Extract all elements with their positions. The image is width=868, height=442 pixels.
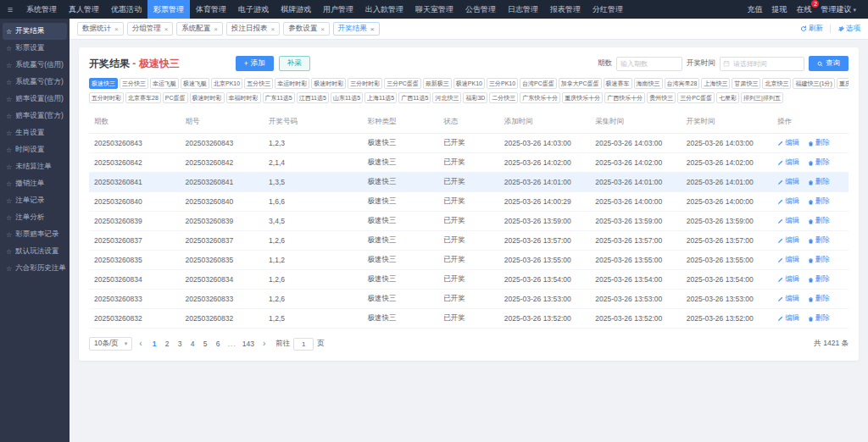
top-nav-item[interactable]: 真人管理	[63, 0, 105, 19]
page-number-button[interactable]: 3	[175, 339, 186, 349]
lottery-filter-chip[interactable]: 重庆快乐十分	[562, 92, 603, 103]
edit-link[interactable]: 编辑	[777, 157, 799, 168]
sidebar-item[interactable]: ☆ 赔率设置(官方)	[0, 108, 70, 124]
prev-page-button[interactable]: ‹	[136, 339, 144, 349]
lottery-filter-chip[interactable]: 上海快三	[701, 78, 730, 89]
lottery-filter-chip[interactable]: 七星彩	[716, 92, 739, 103]
top-nav-item[interactable]: 出入款管理	[359, 0, 409, 19]
table-row[interactable]: 202503260843 202503260843 1,2,3 极速快三 已开奖…	[89, 134, 849, 153]
edit-link[interactable]: 编辑	[777, 294, 799, 304]
lottery-filter-chip[interactable]: 广东11选5	[263, 92, 295, 103]
lottery-filter-chip[interactable]: 福建快三(1分)	[793, 78, 835, 89]
lottery-filter-chip[interactable]: 加拿大PC蛋蛋	[559, 78, 602, 89]
edit-link[interactable]: 编辑	[777, 255, 799, 265]
table-row[interactable]: 202503260834 202503260834 1,2,6 极速快三 已开奖…	[89, 270, 849, 290]
online-link[interactable]: 在线 2	[796, 4, 811, 15]
lottery-filter-chip[interactable]: 福彩3D	[463, 92, 487, 103]
lottery-filter-chip[interactable]: 三分时时彩	[348, 78, 382, 89]
goto-page-input[interactable]	[293, 338, 314, 351]
options-button[interactable]: 选项	[837, 24, 860, 34]
tab-close-icon[interactable]: ×	[370, 25, 375, 33]
top-nav-item[interactable]: 报表管理	[544, 0, 587, 19]
lottery-filter-chip[interactable]: 最新极三	[423, 78, 452, 89]
lottery-filter-chip[interactable]: 极速飞艇	[181, 78, 209, 89]
sidebar-item[interactable]: ☆ 未结算注单	[0, 158, 70, 175]
table-row[interactable]: 202503260842 202503260842 2,1,4 极速快三 已开奖…	[89, 153, 849, 173]
recharge-link[interactable]: 充值	[747, 4, 762, 15]
lottery-filter-chip[interactable]: 广西11选5	[398, 92, 431, 103]
edit-link[interactable]: 编辑	[777, 216, 799, 226]
delete-link[interactable]: 删除	[808, 216, 830, 226]
page-number-button[interactable]: 6	[213, 339, 224, 349]
lottery-filter-chip[interactable]: 海南快三	[634, 78, 663, 89]
lottery-filter-chip[interactable]: 台湾宾果28	[665, 78, 700, 89]
lottery-filter-chip[interactable]: 广东快乐十分	[520, 92, 560, 103]
sidebar-item[interactable]: ☆ 系统赢亏(信用)	[0, 57, 70, 74]
lottery-filter-chip[interactable]: 极速赛车	[604, 78, 632, 89]
draw-time-input[interactable]	[720, 57, 804, 71]
tab-close-icon[interactable]: ×	[271, 25, 275, 33]
lottery-filter-chip[interactable]: 北京快三	[762, 78, 791, 89]
sidebar-item[interactable]: ☆ 赔率设置(信用)	[0, 91, 70, 108]
page-number-button[interactable]: 1	[149, 339, 160, 349]
sidebar-item[interactable]: ☆ 时间设置	[0, 141, 70, 158]
top-nav-item[interactable]: 体育管理	[190, 0, 232, 19]
lottery-filter-chip[interactable]: 极速时时彩	[311, 78, 346, 89]
delete-link[interactable]: 删除	[808, 177, 830, 187]
top-nav-item[interactable]: 公告管理	[459, 0, 502, 19]
page-number-button[interactable]: 2	[162, 339, 173, 349]
tab[interactable]: 投注日报表 ×	[226, 22, 280, 36]
lottery-filter-chip[interactable]: 排列三|排列五	[741, 92, 783, 103]
lottery-filter-chip[interactable]: 北京赛车28	[125, 92, 161, 103]
table-row[interactable]: 202503260835 202503260835 1,1,2 极速快三 已开奖…	[89, 251, 849, 270]
supplement-collect-button[interactable]: 补采	[279, 56, 310, 71]
table-row[interactable]: 202503260832 202503260832 1,2,5 极速快三 已开奖…	[89, 309, 849, 329]
tab[interactable]: 开奖结果 ×	[333, 22, 380, 36]
refresh-button[interactable]: 刷新	[800, 24, 823, 34]
lottery-filter-chip[interactable]: 广西快乐十分	[604, 92, 645, 103]
delete-link[interactable]: 删除	[808, 157, 830, 168]
tab[interactable]: 分组管理 ×	[127, 22, 174, 36]
lottery-filter-chip[interactable]: 三分快三	[120, 78, 148, 89]
tab-close-icon[interactable]: ×	[114, 25, 119, 33]
delete-link[interactable]: 删除	[808, 138, 830, 148]
top-nav-item[interactable]: 电子游戏	[232, 0, 275, 19]
table-row[interactable]: 202503260839 202503260839 3,4,5 极速快三 已开奖…	[89, 212, 849, 231]
top-nav-item[interactable]: 日志管理	[502, 0, 544, 19]
table-row[interactable]: 202503260833 202503260833 1,2,6 极速快三 已开奖…	[89, 290, 849, 309]
lottery-filter-chip[interactable]: 极速快三	[89, 78, 118, 89]
sidebar-item[interactable]: ☆ 彩票赔率记录	[0, 226, 70, 243]
lottery-filter-chip[interactable]: 甘肃快三	[732, 78, 760, 89]
withdraw-link[interactable]: 提现	[771, 4, 787, 15]
edit-link[interactable]: 编辑	[777, 138, 799, 148]
last-page-button[interactable]: 143	[241, 339, 256, 349]
tab[interactable]: 参数设置 ×	[283, 22, 330, 36]
lottery-filter-chip[interactable]: 三分PC蛋蛋	[384, 78, 421, 89]
lottery-filter-chip[interactable]: 贵州快三	[647, 92, 676, 103]
top-nav-item[interactable]: 棋牌游戏	[275, 0, 317, 19]
top-nav-item[interactable]: 系统管理	[20, 0, 63, 19]
sidebar-item[interactable]: ☆ 开奖结果	[3, 23, 67, 40]
delete-link[interactable]: 删除	[808, 255, 830, 265]
tab-close-icon[interactable]: ×	[164, 25, 169, 33]
sidebar-item[interactable]: ☆ 六合彩历史注单	[0, 260, 70, 277]
delete-link[interactable]: 删除	[808, 235, 830, 246]
lottery-filter-chip[interactable]: 二分快三	[489, 92, 518, 103]
lottery-filter-chip[interactable]: 北京PK10	[211, 78, 242, 89]
lottery-filter-chip[interactable]: 河北快三	[432, 92, 461, 103]
edit-link[interactable]: 编辑	[777, 235, 799, 246]
next-page-button[interactable]: ›	[260, 339, 268, 349]
lottery-filter-chip[interactable]: 江西11选5	[297, 92, 329, 103]
top-nav-item[interactable]: 聊天室管理	[409, 0, 459, 19]
lottery-filter-chip[interactable]: 五分时时彩	[89, 92, 124, 103]
sidebar-item[interactable]: ☆ 生肖设置	[0, 124, 70, 141]
table-row[interactable]: 202503260837 202503260837 1,2,6 极速快三 已开奖…	[89, 231, 849, 251]
edit-link[interactable]: 编辑	[777, 274, 799, 285]
lottery-filter-chip[interactable]: 幸运飞艇	[150, 78, 179, 89]
add-button[interactable]: + 添加	[236, 56, 274, 71]
sidebar-item[interactable]: ☆ 注单分析	[0, 209, 70, 226]
sidebar-item[interactable]: ☆ 系统赢亏(官方)	[0, 74, 70, 91]
page-number-button[interactable]: 4	[187, 339, 198, 349]
delete-link[interactable]: 删除	[808, 196, 830, 207]
sidebar-item[interactable]: ☆ 彩票设置	[0, 40, 70, 57]
